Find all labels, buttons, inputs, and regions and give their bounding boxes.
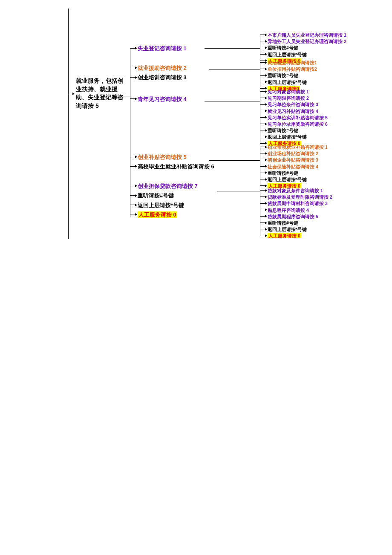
as-c: 重听请按#号键: [260, 72, 317, 78]
ur-b: 异地务工人员失业登记办理咨询请按 2: [260, 38, 346, 44]
ur-d: 返回上层请按*号键: [260, 52, 346, 58]
emp-l2-intern: 青年见习咨询请按 4: [130, 95, 224, 103]
in-g: 重听请按#号键: [260, 127, 328, 133]
emp-l2-manual: 人工服务请按 0: [130, 211, 224, 219]
in-c: 见习单位条件咨询请按 3: [260, 101, 328, 107]
ln-g: 返回上层请按*号键: [260, 226, 332, 232]
ln-a: 贷款对象及条件咨询请按 1: [260, 188, 332, 194]
ss-f: 返回上层请按*号键: [260, 176, 328, 182]
ivr-tree: 就业服务，包括创业扶持、就业援助、失业登记等咨询请按 5 失业登记咨询请按 1 …: [9, 9, 383, 230]
as-b: 单位招用补贴咨询请按2: [260, 66, 317, 72]
emp-l2-back: 返回上层请按*号键: [130, 202, 224, 209]
assist-l3: 灵活就业补贴咨询请按1 单位招用补贴咨询请按2 重听请按#号键 返回上层请按*号…: [260, 60, 317, 92]
ln-b: 贷款标准及受理时限咨询请按 2: [260, 194, 332, 200]
in-a: 见习对象咨询请按 1: [260, 89, 328, 95]
intern-l3: 见习对象咨询请按 1 见习期限咨询请按 2 见习单位条件咨询请按 3 就业见习补…: [260, 89, 328, 147]
ss-e: 重听请按#号键: [260, 170, 328, 176]
in-b: 见习期限咨询请按 2: [260, 95, 328, 101]
emp-l2-replay: 重听请按#号键: [130, 192, 224, 199]
ur-a: 本市户籍人员失业登记办理咨询请按 1: [260, 32, 346, 38]
ln-h: 人工服务请按 0: [260, 233, 332, 239]
branch-employment: 就业服务，包括创业扶持、就业援助、失业登记等咨询请按 5 失业登记咨询请按 1 …: [72, 9, 383, 230]
ln-e: 贷款展期程序咨询请按 5: [260, 214, 332, 220]
ss-c: 初创企业补贴咨询请按 3: [260, 157, 328, 163]
in-h: 返回上层请按*号键: [260, 134, 328, 140]
ss-a: 创业带动就业补贴咨询请按 1: [260, 144, 328, 150]
emp-l2-grad-sub: 高校毕业生就业补贴咨询请按 6: [130, 163, 224, 171]
as-d: 返回上层请按*号键: [260, 79, 317, 85]
loan-l3: 贷款对象及条件咨询请按 1 贷款标准及受理时限咨询请按 2 贷款展期申请材料咨询…: [260, 188, 332, 239]
ss-b: 创业场租补贴咨询请按 2: [260, 150, 328, 156]
l1-employment-label: 就业服务，包括创业扶持、就业援助、失业登记等咨询请按 5: [76, 77, 127, 110]
as-a: 灵活就业补贴咨询请按1: [260, 60, 317, 66]
emp-l2-assist: 就业援助咨询请按 2: [130, 64, 224, 72]
ln-d: 贴息程序咨询请按 4: [260, 207, 332, 213]
in-e: 见习单位实训补贴咨询请按 5: [260, 115, 328, 121]
employment-l2-list: 失业登记咨询请按 1 就业援助咨询请按 2 创业培训咨询请按 3 青年见习咨询请…: [130, 45, 224, 220]
ln-f: 重听请按#号键: [260, 220, 332, 226]
ln-c: 贷款展期申请材料咨询请按 3: [260, 200, 332, 206]
emp-l2-training: 创业培训咨询请按 3: [130, 74, 224, 81]
in-d: 就业见习补贴咨询请按 4: [260, 108, 328, 114]
ss-d: 社会保险补贴咨询请按 4: [260, 164, 328, 170]
emp-l2-loan: 创业担保贷款咨询请按 7: [130, 182, 224, 190]
root-connector: [68, 9, 69, 239]
startup-sub-l3: 创业带动就业补贴咨询请按 1 创业场租补贴咨询请按 2 初创企业补贴咨询请按 3…: [260, 144, 328, 189]
ur-c: 重听请按#号键: [260, 45, 346, 51]
emp-l2-unemp-reg: 失业登记咨询请按 1: [130, 45, 224, 52]
in-f: 见习单位录用奖励咨询请按 6: [260, 121, 328, 127]
